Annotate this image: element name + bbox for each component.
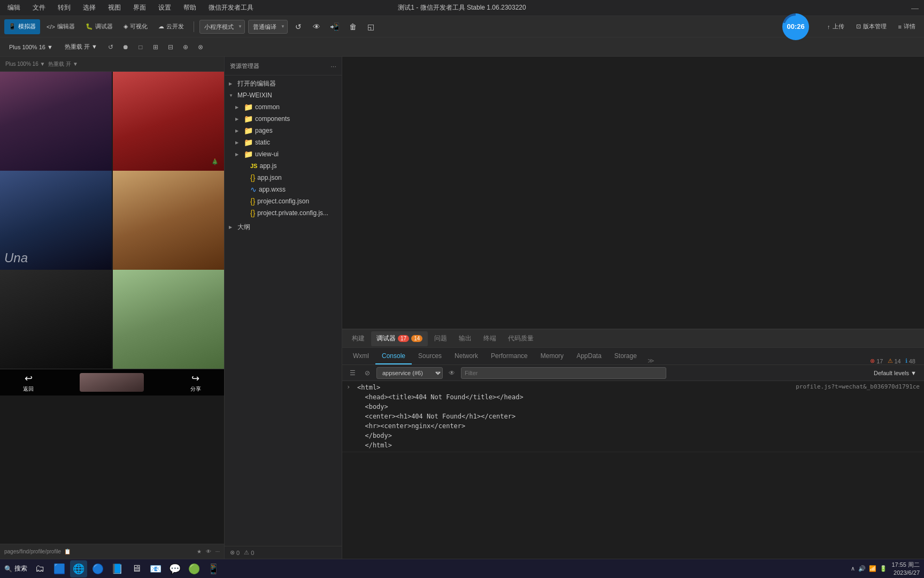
tray-expand[interactable]: ∧ (851, 565, 855, 572)
zoom-label[interactable]: Plus 100% 16 ▼ (5, 61, 45, 67)
panel-tab-network[interactable]: Network (448, 348, 484, 364)
file-project-config[interactable]: {} project.config.json (225, 195, 342, 207)
menu-file[interactable]: 文件 (30, 2, 48, 13)
console-filter-input[interactable] (461, 367, 666, 379)
tab-output[interactable]: 输出 (453, 331, 477, 346)
taskbar-app-wechat[interactable]: 💬 (166, 560, 183, 577)
file-appwxss[interactable]: ∿ app.wxss (225, 184, 342, 195)
panel-tab-more[interactable]: ≫ (643, 357, 659, 364)
menu-devtools[interactable]: 微信开发者工具 (206, 2, 256, 13)
tab-terminal[interactable]: 终端 (478, 331, 502, 346)
folder-common[interactable]: ▶ 📁 common (225, 101, 342, 113)
close-panel-icon[interactable]: ⊗ (194, 41, 207, 54)
taskbar-app-fb[interactable]: 📘 (109, 560, 126, 577)
service-selector[interactable]: appservice (#6) (376, 367, 443, 379)
taskbar-search[interactable]: 🔍 搜索 (4, 564, 27, 573)
cut-icon[interactable]: ⊟ (164, 41, 177, 54)
taskbar-app-sublimetext[interactable]: 📧 (147, 560, 164, 577)
menu-bar[interactable]: 编辑 文件 转到 选择 视图 界面 设置 帮助 微信开发者工具 (5, 2, 256, 13)
expand-arrow[interactable]: › (346, 383, 353, 392)
zoom-select[interactable]: Plus 100% 16 ▼ (4, 41, 58, 54)
log-levels-dropdown[interactable]: Default levels ▼ (871, 367, 920, 379)
taskbar-app-chrome[interactable]: 🔵 (89, 560, 106, 577)
section-outline[interactable]: ▶ 大纲 (225, 221, 342, 233)
panel-tab-appdata[interactable]: AppData (570, 348, 608, 364)
share-button[interactable]: ↪ 分享 (190, 372, 201, 393)
back-button[interactable]: ↩ 返回 (23, 372, 34, 393)
menu-goto[interactable]: 转到 (56, 2, 73, 13)
eye-btn[interactable]: 👁 (446, 367, 458, 379)
tab-problems[interactable]: 问题 (429, 331, 452, 346)
mode-select-wrap[interactable]: 小程序模式 (199, 20, 245, 34)
taskbar-app-edge[interactable]: 🌐 (70, 560, 87, 577)
panel-tab-console[interactable]: Console (375, 348, 412, 364)
debugger-btn[interactable]: 🐛 调试器 (81, 19, 117, 34)
menu-edit[interactable]: 编辑 (5, 2, 22, 13)
phone-icon[interactable]: □ (134, 41, 147, 54)
eye-icon[interactable]: 👁 (206, 549, 211, 554)
detail-btn[interactable]: ≡ 详情 (894, 19, 920, 34)
section-open-editors[interactable]: ▶ 打开的编辑器 (225, 78, 342, 89)
tray-battery[interactable]: 🔋 (880, 565, 887, 572)
file-appjson[interactable]: {} app.json (225, 172, 342, 184)
taskbar-app-files[interactable]: 🗂 (32, 560, 49, 577)
folder-pages[interactable]: ▶ 📁 pages (225, 125, 342, 136)
panel-tab-storage[interactable]: Storage (608, 348, 643, 364)
mode-select[interactable]: 小程序模式 (199, 20, 245, 34)
hot-reload-label[interactable]: 热重载 开 ▼ (48, 60, 78, 68)
visual-btn[interactable]: ◈ 可视化 (119, 19, 152, 34)
file-header-actions[interactable]: ··· (330, 62, 336, 70)
taskbar-clock[interactable]: 17:55 周二 2023/6/27 (891, 561, 920, 576)
phone-footer-actions[interactable]: ★ 👁 ··· (197, 549, 220, 554)
copy-icon[interactable]: ⊞ (149, 41, 162, 54)
taskbar-app-windows[interactable]: 🟦 (51, 560, 68, 577)
tab-debugger[interactable]: 调试器 17 14 (371, 331, 428, 346)
tray-volume[interactable]: 🔊 (858, 565, 866, 572)
layer-btn[interactable]: ◱ (364, 19, 379, 34)
tab-build[interactable]: 构建 (346, 331, 370, 346)
console-source-link[interactable]: profile.js?t=wechat&_b036970d1791ce (796, 383, 920, 391)
star-icon[interactable]: ★ (197, 549, 202, 554)
menu-view[interactable]: 视图 (106, 2, 123, 13)
panel-tab-performance[interactable]: Performance (484, 348, 534, 364)
console-menu-btn[interactable]: ☰ (346, 367, 358, 379)
menu-select[interactable]: 选择 (81, 2, 98, 13)
cache-btn[interactable]: 🗑 (345, 19, 360, 34)
element-icon[interactable]: ⊕ (179, 41, 192, 54)
folder-static[interactable]: ▶ 📁 static (225, 136, 342, 148)
console-block-btn[interactable]: ⊘ (361, 367, 373, 379)
record-icon[interactable]: ⏺ (119, 41, 132, 54)
real-device-btn[interactable]: 📲 (327, 19, 342, 34)
upload-btn[interactable]: ↑ 上传 (823, 19, 849, 34)
panel-tab-wxml[interactable]: Wxml (346, 348, 375, 364)
taskbar-app-vscode[interactable]: 🖥 (128, 560, 145, 577)
folder-uview-ui[interactable]: ▶ 📁 uview-ui (225, 148, 342, 160)
editor-btn[interactable]: </> 编辑器 (42, 19, 79, 34)
folder-components[interactable]: ▶ 📁 components (225, 113, 342, 125)
refresh-icon[interactable]: ↺ (104, 41, 117, 54)
taskbar-app-terminal[interactable]: 📱 (205, 560, 222, 577)
preview-btn[interactable]: 👁 (309, 19, 324, 34)
simulator-btn[interactable]: 📱 模拟器 (4, 19, 40, 34)
version-btn[interactable]: ⊡ 版本管理 (852, 19, 891, 34)
menu-settings[interactable]: 设置 (156, 2, 173, 13)
warning-count[interactable]: ⚠ 0 (244, 549, 254, 556)
more-actions-icon[interactable]: ··· (330, 62, 336, 70)
file-appjs[interactable]: JS app.js (225, 160, 342, 172)
panel-tab-memory[interactable]: Memory (534, 348, 570, 364)
refresh-btn[interactable]: ↺ (291, 19, 306, 34)
compile-select-wrap[interactable]: 普通编译 (248, 20, 288, 34)
section-mp-weixin[interactable]: ▼ MP-WEIXIN (225, 89, 342, 101)
hot-reload-toggle[interactable]: 热重载 开 ▼ (60, 41, 102, 54)
tray-network[interactable]: 📶 (869, 565, 876, 572)
compile-select[interactable]: 普通编译 (248, 20, 288, 34)
taskbar-app-wxdevtools[interactable]: 🟢 (186, 560, 203, 577)
more-icon[interactable]: ··· (215, 549, 220, 554)
error-count[interactable]: ⊗ 0 (230, 549, 240, 556)
file-project-private[interactable]: {} project.private.config.js... (225, 207, 342, 219)
tab-code-quality[interactable]: 代码质量 (503, 331, 539, 346)
cloud-btn[interactable]: ☁ 云开发 (154, 19, 188, 34)
menu-ui[interactable]: 界面 (131, 2, 148, 13)
menu-help[interactable]: 帮助 (181, 2, 198, 13)
window-minimize[interactable]: — (911, 4, 919, 12)
